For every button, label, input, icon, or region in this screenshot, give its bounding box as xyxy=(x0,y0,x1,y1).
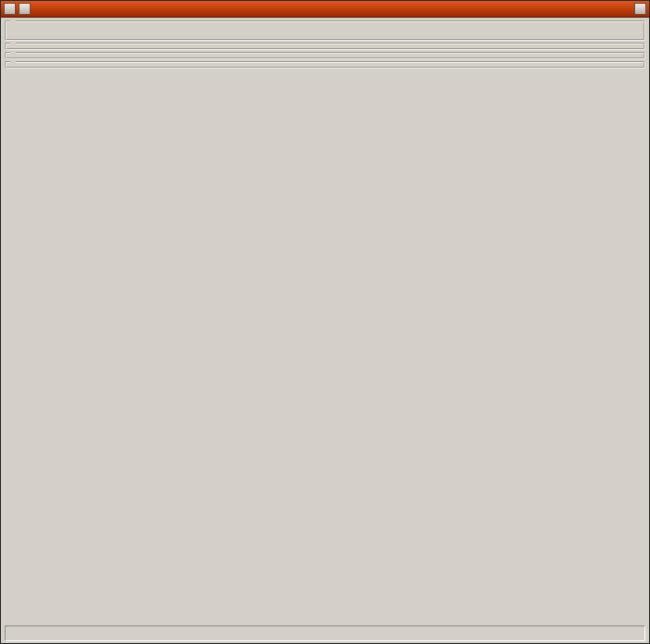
titlebar[interactable] xyxy=(1,1,649,18)
app-window xyxy=(0,0,650,644)
commands-button-row xyxy=(10,23,640,36)
window-close-icon[interactable] xyxy=(634,3,646,15)
status-bar xyxy=(5,625,645,641)
commands-frame xyxy=(5,20,645,41)
ciphers-frame xyxy=(5,52,645,59)
window-menu-icon[interactable] xyxy=(4,3,16,15)
window-shade-icon[interactable] xyxy=(19,3,31,15)
window-content xyxy=(1,18,649,643)
key-frame xyxy=(5,43,645,50)
plaintexts-frame xyxy=(5,61,645,69)
